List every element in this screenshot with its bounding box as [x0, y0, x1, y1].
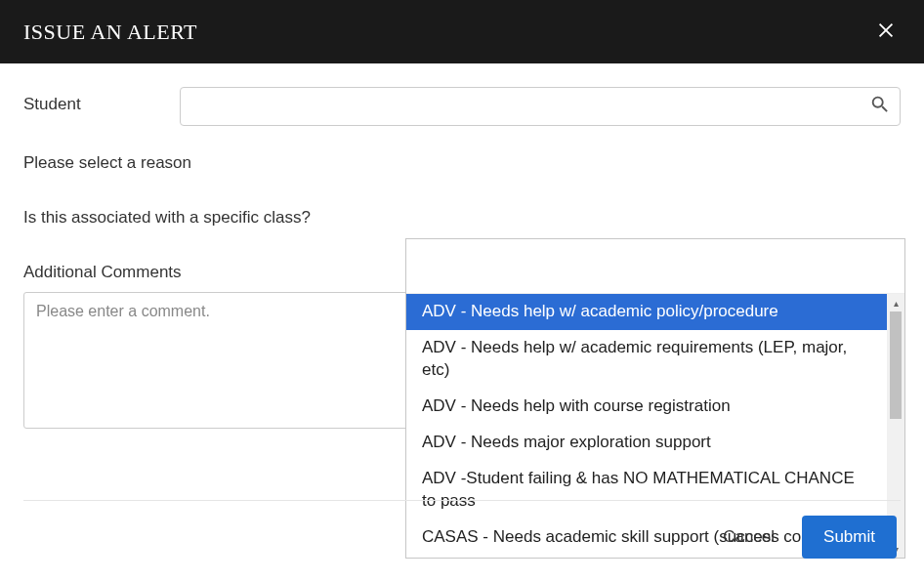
reason-option[interactable]: ADV - Needs help w/ academic requirement…: [406, 330, 887, 389]
reason-option[interactable]: ADV - Needs help with course registratio…: [406, 389, 887, 425]
dropdown-search-area[interactable]: [406, 239, 904, 294]
close-button[interactable]: [871, 16, 901, 48]
cancel-button[interactable]: Cancel: [717, 518, 780, 557]
scroll-thumb[interactable]: [890, 311, 902, 419]
close-icon: [875, 29, 897, 44]
class-label: Is this associated with a specific class…: [23, 208, 901, 228]
reason-option[interactable]: ADV - Needs major exploration support: [406, 425, 887, 461]
titlebar: ISSUE AN ALERT: [0, 0, 924, 63]
issue-alert-modal: ISSUE AN ALERT Student Please select a r…: [0, 0, 924, 581]
student-row: Student: [23, 87, 901, 126]
reason-label: Please select a reason: [23, 153, 901, 173]
submit-button[interactable]: Submit: [802, 516, 897, 559]
scroll-up-icon[interactable]: ▴: [887, 294, 904, 311]
student-label: Student: [23, 87, 180, 114]
modal-footer: Cancel Submit: [0, 501, 924, 581]
modal-title: ISSUE AN ALERT: [23, 20, 197, 45]
student-input[interactable]: [180, 87, 901, 126]
class-row: Is this associated with a specific class…: [23, 208, 901, 228]
student-input-wrap: [180, 87, 901, 126]
reason-row: Please select a reason: [23, 153, 901, 173]
reason-option[interactable]: ADV - Needs help w/ academic policy/proc…: [406, 294, 887, 330]
